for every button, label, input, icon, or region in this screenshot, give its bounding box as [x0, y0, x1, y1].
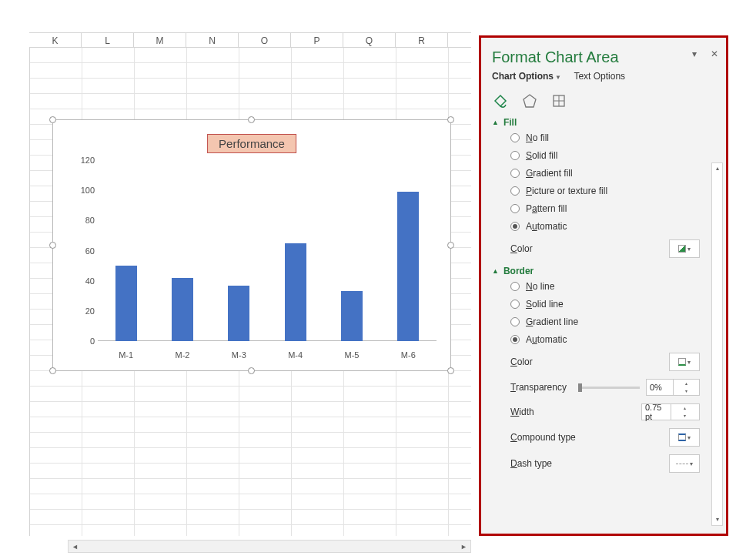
resize-handle[interactable] [49, 367, 56, 374]
column-header[interactable]: M [134, 33, 186, 47]
y-tick-label: 60 [67, 246, 95, 256]
fill-color-label: Color [510, 243, 533, 254]
width-input[interactable]: 0.75 pt▴▾ [641, 403, 700, 420]
fill-gradient-fill[interactable]: Gradient fill [510, 168, 721, 179]
resize-handle[interactable] [447, 367, 454, 374]
x-axis-labels: M-1M-2M-3M-4M-5M-6 [98, 350, 437, 360]
border-automatic[interactable]: Automatic [510, 334, 721, 345]
x-tick-label: M-2 [154, 350, 210, 360]
transparency-slider[interactable] [578, 387, 640, 389]
fill-section-header[interactable]: ▲ Fill [492, 117, 721, 128]
horizontal-scrollbar[interactable]: ◄ ► [68, 540, 471, 553]
fill-color-picker[interactable]: ▾ [669, 239, 700, 258]
close-icon[interactable]: ✕ [711, 49, 718, 59]
fill-pattern-fill[interactable]: Pattern fill [510, 203, 721, 214]
border-section-header[interactable]: ▲ Border [492, 266, 721, 276]
resize-handle[interactable] [447, 116, 454, 123]
border-dash-label: Dash type [510, 458, 552, 469]
pane-options-icon[interactable]: ▾ [692, 49, 697, 59]
collapse-icon: ▲ [492, 267, 499, 275]
pane-tabs: Chart Options▼ Text Options [492, 71, 721, 82]
border-color-picker[interactable]: ▾ [669, 353, 700, 371]
column-header[interactable]: O [239, 33, 291, 47]
resize-handle[interactable] [248, 116, 255, 123]
fill-line-icon[interactable] [492, 92, 509, 109]
svg-marker-0 [524, 95, 536, 107]
effects-icon[interactable] [521, 92, 538, 109]
y-tick-label: 40 [67, 276, 95, 286]
y-tick-label: 0 [67, 336, 95, 346]
bar[interactable] [341, 291, 363, 341]
tab-text-options[interactable]: Text Options [574, 71, 625, 82]
border-transparency-label: Transparency [510, 382, 567, 393]
column-headers: KLMNOPQR [29, 32, 471, 48]
x-tick-label: M-4 [267, 350, 323, 360]
x-tick-label: M-6 [380, 350, 437, 360]
column-header[interactable]: N [186, 33, 239, 47]
bar[interactable] [172, 278, 193, 341]
border-gradient-line[interactable]: Gradient line [510, 316, 721, 327]
border-color-label: Color [510, 356, 533, 367]
fill-no-fill[interactable]: No fill [510, 132, 721, 143]
bar[interactable] [115, 266, 137, 341]
resize-handle[interactable] [248, 367, 255, 374]
bars [98, 160, 437, 341]
chart-object[interactable]: Performance 020406080100120 M-1M-2M-3M-4… [52, 119, 451, 371]
column-header[interactable]: K [29, 33, 82, 47]
resize-handle[interactable] [49, 116, 56, 123]
border-no-line[interactable]: No line [510, 281, 721, 292]
pane-scrollbar[interactable]: ▴ ▾ [711, 162, 723, 526]
plot-area[interactable]: 020406080100120 [98, 160, 437, 341]
y-axis: 020406080100120 [67, 160, 95, 341]
tab-chart-options[interactable]: Chart Options [492, 71, 554, 82]
resize-handle[interactable] [49, 242, 56, 249]
scroll-up-button[interactable]: ▴ [712, 163, 722, 174]
scroll-left-button[interactable]: ◄ [69, 541, 82, 552]
border-compound-label: Compound type [510, 432, 576, 443]
bar[interactable] [285, 243, 306, 341]
compound-type-picker[interactable]: ▾ [669, 428, 700, 447]
column-header[interactable]: R [396, 33, 448, 47]
spreadsheet-area[interactable]: KLMNOPQR Performance 020406080100120 M-1… [0, 0, 471, 559]
format-chart-area-pane: Format Chart Area ▾ ✕ Chart Options▼ Tex… [479, 35, 728, 536]
y-tick-label: 120 [67, 156, 95, 165]
column-header[interactable]: Q [343, 33, 396, 47]
x-tick-label: M-1 [98, 350, 154, 360]
fill-solid-fill[interactable]: Solid fill [510, 150, 721, 161]
border-solid-line[interactable]: Solid line [510, 299, 721, 310]
y-tick-label: 20 [67, 306, 95, 316]
dash-type-picker[interactable]: ▾ [669, 454, 700, 473]
scroll-right-button[interactable]: ► [457, 541, 470, 552]
transparency-input[interactable]: 0%▴▾ [646, 379, 700, 396]
column-header[interactable]: L [82, 33, 134, 47]
size-properties-icon[interactable] [550, 92, 567, 109]
x-tick-label: M-5 [323, 350, 380, 360]
fill-picture-fill[interactable]: Picture or texture fill [510, 186, 721, 196]
collapse-icon: ▲ [492, 119, 499, 126]
pane-title: Format Chart Area [492, 49, 721, 66]
column-header[interactable]: P [291, 33, 343, 47]
bar[interactable] [228, 286, 249, 341]
chart-title[interactable]: Performance [207, 134, 296, 153]
x-tick-label: M-3 [211, 350, 267, 360]
y-tick-label: 80 [67, 216, 95, 225]
border-width-label: Width [510, 407, 534, 417]
fill-automatic[interactable]: Automatic [510, 221, 721, 232]
y-tick-label: 100 [67, 186, 95, 195]
resize-handle[interactable] [447, 242, 454, 249]
scroll-down-button[interactable]: ▾ [712, 514, 722, 525]
bar[interactable] [397, 192, 419, 341]
